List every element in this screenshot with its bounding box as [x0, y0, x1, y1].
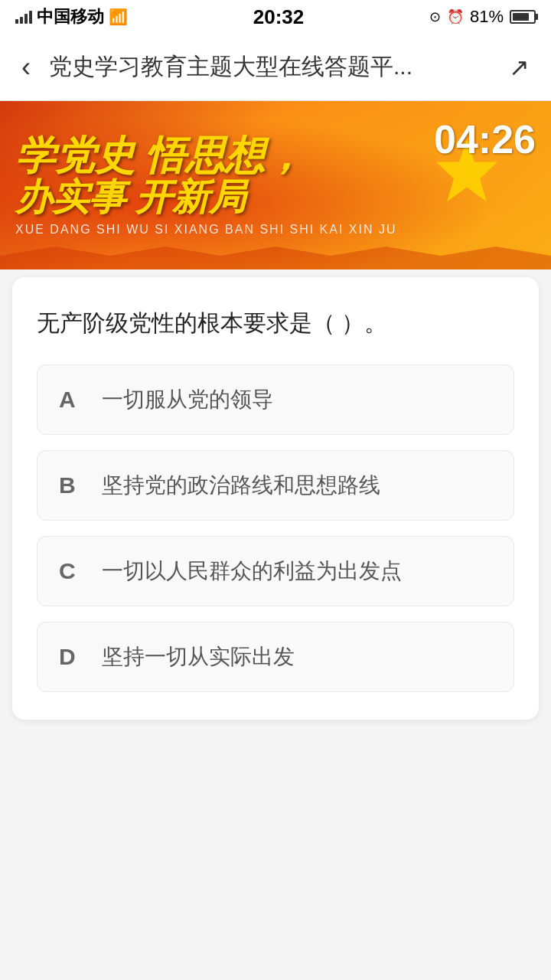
option-text-d: 坚持一切从实际出发: [102, 641, 295, 673]
carrier-label: 中国移动: [37, 5, 104, 28]
status-right: ⊙ ⏰ 81%: [429, 7, 536, 27]
quiz-card: 无产阶级党性的根本要求是（ ）。 A一切服从党的领导B坚持党的政治路线和思想路线…: [12, 277, 539, 720]
option-letter-c: C: [59, 558, 83, 584]
status-time: 20:32: [253, 5, 305, 29]
back-button[interactable]: ‹: [15, 45, 37, 90]
option-letter-b: B: [59, 472, 83, 498]
option-text-b: 坚持党的政治路线和思想路线: [102, 469, 380, 501]
wifi-icon: 📶: [109, 8, 128, 26]
nav-bar: ‹ 党史学习教育主题大型在线答题平... ↗: [0, 34, 551, 101]
status-bar: 中国移动 📶 20:32 ⊙ ⏰ 81%: [0, 0, 551, 34]
option-letter-a: A: [59, 387, 83, 413]
banner: 学党史 悟思想， 办实事 开新局 XUE DANG SHI WU SI XIAN…: [0, 101, 551, 270]
countdown-timer: 04:26: [434, 116, 536, 162]
option-item-a[interactable]: A一切服从党的领导: [37, 364, 514, 435]
question-text: 无产阶级党性的根本要求是（ ）。: [37, 305, 514, 341]
option-item-d[interactable]: D坚持一切从实际出发: [37, 622, 514, 692]
signal-icon: [15, 10, 32, 24]
banner-title-line2: 办实事 开新局: [15, 178, 397, 218]
battery-indicator: [510, 10, 536, 24]
option-list: A一切服从党的领导B坚持党的政治路线和思想路线C一切以人民群众的利益为出发点D坚…: [37, 364, 514, 692]
share-button[interactable]: ↗: [503, 47, 536, 88]
battery-percent: 81%: [470, 7, 504, 27]
banner-subtitle: XUE DANG SHI WU SI XIANG BAN SHI SHI KAI…: [15, 223, 397, 237]
nav-title: 党史学习教育主题大型在线答题平...: [49, 51, 491, 83]
option-letter-d: D: [59, 644, 83, 670]
option-item-c[interactable]: C一切以人民群众的利益为出发点: [37, 536, 514, 606]
option-text-a: 一切服从党的领导: [102, 384, 273, 416]
option-text-c: 一切以人民群众的利益为出发点: [102, 555, 402, 587]
alarm-icon: ⏰: [447, 8, 464, 25]
location-icon: ⊙: [429, 8, 441, 25]
carrier-signal: 中国移动 📶: [15, 5, 128, 28]
banner-text: 学党史 悟思想， 办实事 开新局 XUE DANG SHI WU SI XIAN…: [15, 116, 397, 254]
banner-title-line1: 学党史 悟思想，: [15, 134, 397, 178]
option-item-b[interactable]: B坚持党的政治路线和思想路线: [37, 450, 514, 521]
